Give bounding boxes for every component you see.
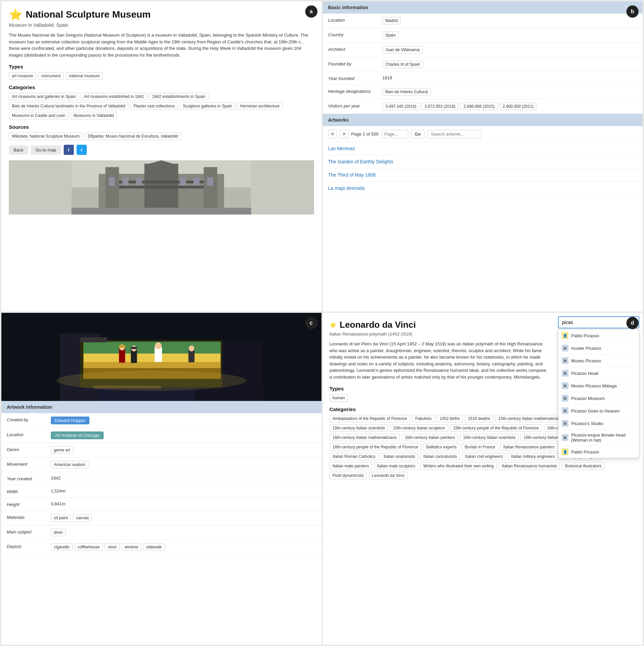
svg-point-26 [155, 342, 162, 349]
artwork-info-value: genre art [51, 446, 316, 454]
museum-title: National Sculpture Museum [26, 9, 151, 20]
category-tag[interactable]: Ambassadors of the Republic of Florence [330, 415, 410, 422]
category-tag[interactable]: 15th-century Italian sculptors [390, 424, 448, 432]
svg-rect-22 [83, 342, 221, 354]
artwork-info-label: Created by [7, 417, 51, 422]
artwork-list-item[interactable]: The Garden of Earthly Delights [323, 155, 643, 168]
search-result-label: musée Picasso [571, 346, 601, 351]
prev-page-button[interactable]: < [328, 129, 337, 138]
category-tag[interactable]: Plaster cast collections [130, 102, 178, 110]
page-input[interactable] [381, 130, 408, 138]
artwork-badge: oil paint [51, 514, 71, 522]
facebook-button[interactable]: f [64, 145, 74, 155]
category-tag[interactable]: Art museums established in 1842 [81, 93, 147, 100]
category-tag[interactable]: Ballistics experts [423, 443, 459, 451]
source-tag[interactable]: DBpedia: Museo Nacional de Escultura, Va… [85, 133, 181, 140]
artwork-info-row: MovementAmerican realism [1, 458, 321, 472]
search-result-item[interactable]: 🏛Picasso Museum [558, 392, 639, 405]
category-tag[interactable]: 15th-century people of the Republic of F… [450, 424, 542, 432]
category-tag[interactable]: Italian caricaturists [420, 453, 460, 460]
category-tag[interactable]: Leonardo da Vinci [369, 472, 408, 479]
search-result-label: Picasso Goes to Heaven [571, 408, 620, 413]
search-result-label: Pablo Picasso [571, 333, 599, 338]
category-tag[interactable]: 15th-century Italian mathematicians [495, 415, 565, 422]
category-tag[interactable]: Italian military engineers [508, 453, 558, 460]
category-tag[interactable]: Italian Renaissance painters [500, 443, 558, 451]
category-tag[interactable]: Fluid dynamicists [330, 472, 367, 479]
search-result-item[interactable]: 🏛musée Picasso [558, 342, 639, 355]
type-tag[interactable]: monument [38, 72, 64, 80]
category-tag[interactable]: Italian Renaissance humanists [499, 462, 560, 470]
category-tag[interactable]: Museums in Castile and León [9, 112, 68, 119]
search-result-item[interactable]: 🏛Picasso-esque female head (Woman in hat… [558, 430, 639, 446]
artwork-info-value: Art Institute of Chicago [51, 431, 316, 439]
category-tag[interactable]: Italian civil engineers [462, 453, 506, 460]
info-row: Heritage designationsBien de Interés Cul… [323, 85, 643, 99]
artwork-info-row: Main subjectdiner [1, 525, 321, 540]
artwork-info-label: Materials [7, 514, 51, 520]
category-tag[interactable]: Burials in France [462, 443, 498, 451]
artwork-list-item[interactable]: Las Meninas [323, 142, 643, 155]
category-tag[interactable]: 1519 deaths [465, 415, 493, 422]
type-tag[interactable]: art museum [9, 72, 36, 80]
leonardo-description: Leonardo di ser Piero da Vinci (15 April… [330, 341, 548, 380]
category-tag[interactable]: Italian anatomists [380, 453, 418, 460]
category-tag[interactable]: Herrerian architecture [237, 102, 283, 110]
search-result-item[interactable]: 👤Pablo Picasso [558, 446, 639, 458]
artwork-info-value: oil paintcanvas [51, 514, 316, 522]
category-tag[interactable]: 16th-century people of the Republic of F… [330, 443, 421, 451]
category-tag[interactable]: 16th-century Italian scientists [460, 434, 519, 441]
category-tag[interactable]: 1842 establishments in Spain [149, 93, 208, 100]
category-tag[interactable]: Sculpture galleries in Spain [180, 102, 235, 110]
museum-icon: 🏛 [562, 434, 568, 441]
search-result-label: Museu Picasso [571, 358, 601, 363]
category-tag[interactable]: Botanical illustrators [562, 462, 604, 470]
artwork-info-label: Location [7, 431, 51, 437]
type-tag[interactable]: national museum [66, 72, 103, 80]
artwork-list-item[interactable]: La maja desnuda [323, 182, 643, 195]
map-button[interactable]: Go to map [31, 145, 61, 155]
back-button[interactable]: Back [9, 145, 28, 155]
category-tag[interactable]: Museums in Valladolid [70, 112, 117, 119]
leonardo-subtitle: Italian Renaissance polymath (1452-1519) [330, 331, 548, 337]
type-tag[interactable]: human [330, 394, 348, 402]
artwork-info-label: Width [7, 488, 51, 494]
category-tag[interactable]: Italian male sculptors [374, 462, 418, 470]
search-result-item[interactable]: 🏛Museu Picasso [558, 355, 639, 367]
panel-a-label: a [305, 5, 317, 18]
artwork-info-row: Genregenre art [1, 443, 321, 458]
info-row: Visitors per year3.497.345 (2019)3.672.8… [323, 99, 643, 114]
museum-icon: 🏛 [562, 382, 568, 389]
category-tag[interactable]: Italian Roman Catholics [330, 453, 379, 460]
artwork-badge: sidewalk [143, 543, 165, 551]
source-tag[interactable]: Wikidata: National Sculpture Museum [9, 133, 83, 140]
category-tag[interactable]: 16th-century Italian mathematicians [330, 434, 400, 441]
go-button[interactable]: Go [411, 130, 424, 138]
category-tag[interactable]: 15th-century Italian scientists [330, 424, 388, 432]
search-result-item[interactable]: 🏛Picasso's Studio [558, 417, 639, 430]
artwork-info-row: Width1,524m [1, 485, 321, 498]
next-page-button[interactable]: > [340, 129, 349, 138]
location-button[interactable]: Art Institute of Chicago [51, 431, 104, 439]
artwork-info-row: LocationArt Institute of Chicago [1, 428, 321, 443]
category-tag[interactable]: Art museums and galleries in Spain [9, 93, 79, 100]
categories-tags: Art museums and galleries in SpainArt mu… [9, 93, 314, 119]
search-artwork-input[interactable] [427, 130, 481, 138]
category-tag[interactable]: 1452 births [437, 415, 463, 422]
twitter-button[interactable]: t [77, 145, 87, 155]
category-tag[interactable]: Italian male painters [330, 462, 372, 470]
search-result-item[interactable]: 👤Pablo Picasso [558, 329, 639, 342]
category-tag[interactable]: Bien de Interés Cultural landmarks in th… [9, 102, 128, 110]
search-result-item[interactable]: 🏛Picasso Head [558, 367, 639, 380]
category-tag[interactable]: 16th-century Italian painters [402, 434, 458, 441]
types-title: Types [9, 64, 314, 69]
creator-button[interactable]: Edward Hopper [51, 417, 89, 424]
category-tag[interactable]: Fabulists [412, 415, 435, 422]
category-tag[interactable]: Writers who illustrated their own writin… [420, 462, 497, 470]
search-result-item[interactable]: 🏛Picasso Goes to Heaven [558, 405, 639, 417]
search-result-item[interactable]: 🏛Museo Picasso Málaga [558, 380, 639, 392]
artwork-list-item[interactable]: The Third of May 1808 [323, 168, 643, 182]
museum-icon: 🏛 [562, 420, 568, 427]
museum-description: The Museo Nacional de San Gregorio (Nati… [9, 32, 314, 58]
museum-title-row: ⭐ National Sculpture Museum [9, 8, 314, 21]
